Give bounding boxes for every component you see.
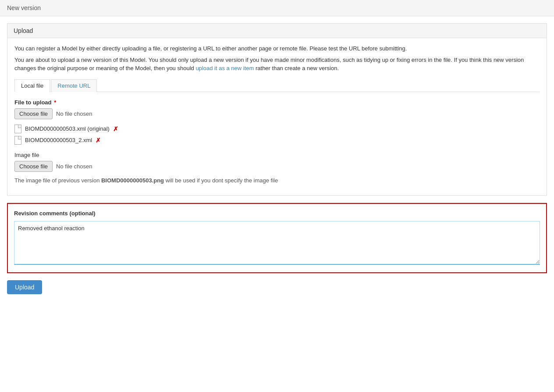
upload-section-title: Upload <box>14 27 33 34</box>
revision-label: Revision comments (optional) <box>14 210 540 217</box>
revision-textarea[interactable]: Removed ethanol reaction <box>14 221 540 265</box>
file-upload-row: Choose file No file chosen <box>14 108 540 119</box>
upload-section-header: Upload <box>7 24 547 38</box>
info-text-2: You are about to upload a new version of… <box>14 56 540 73</box>
file-list: BIOMD0000000503.xml (original) ✗ BIOMD00… <box>14 125 540 145</box>
info-text-2-part2: rather than create a new version. <box>254 65 339 71</box>
upload-button[interactable]: Upload <box>7 280 42 294</box>
tab-local-file[interactable]: Local file <box>14 79 50 92</box>
upload-body: You can register a Model by either direc… <box>7 38 547 195</box>
delete-file-1-icon[interactable]: ✗ <box>113 125 118 132</box>
file-icon-1 <box>14 125 21 133</box>
tab-remote-url[interactable]: Remote URL <box>51 79 97 92</box>
file-item-2: BIOMD0000000503_2.xml ✗ <box>14 136 540 145</box>
no-file-chosen-text: No file chosen <box>56 110 92 117</box>
upload-section: Upload You can register a Model by eithe… <box>7 23 547 196</box>
image-file-section: Image file Choose file No file chosen Th… <box>14 152 540 184</box>
image-info-filename: BIOMD0000000503.png <box>101 177 164 184</box>
delete-file-2-icon[interactable]: ✗ <box>96 137 101 144</box>
tabs: Local file Remote URL <box>14 79 540 92</box>
no-image-file-text: No file chosen <box>56 163 92 170</box>
image-info-prefix: The image file of previous version <box>14 177 101 184</box>
image-info-text: The image file of previous version BIOMD… <box>14 177 540 184</box>
file-name-1: BIOMD0000000503.xml (original) <box>25 125 110 132</box>
required-star: * <box>54 99 56 106</box>
page-header: New version <box>0 0 554 16</box>
file-to-upload-label: File to upload * <box>14 99 540 106</box>
file-name-2: BIOMD0000000503_2.xml <box>25 137 92 143</box>
choose-image-file-button[interactable]: Choose file <box>14 161 53 172</box>
file-icon-2 <box>14 136 21 145</box>
upload-new-item-link[interactable]: upload it as a new item <box>195 65 254 71</box>
image-info-suffix: will be used if you dont specify the ima… <box>164 177 278 184</box>
file-item: BIOMD0000000503.xml (original) ✗ <box>14 125 540 133</box>
image-file-label: Image file <box>14 152 540 158</box>
revision-section: Revision comments (optional) Removed eth… <box>7 203 547 273</box>
image-file-row: Choose file No file chosen <box>14 161 540 172</box>
choose-file-button[interactable]: Choose file <box>14 108 53 119</box>
info-text-1: You can register a Model by either direc… <box>14 44 540 53</box>
upload-btn-row: Upload <box>0 280 554 305</box>
page-title: New version <box>7 4 41 11</box>
page-wrapper: New version Upload You can register a Mo… <box>0 0 554 392</box>
